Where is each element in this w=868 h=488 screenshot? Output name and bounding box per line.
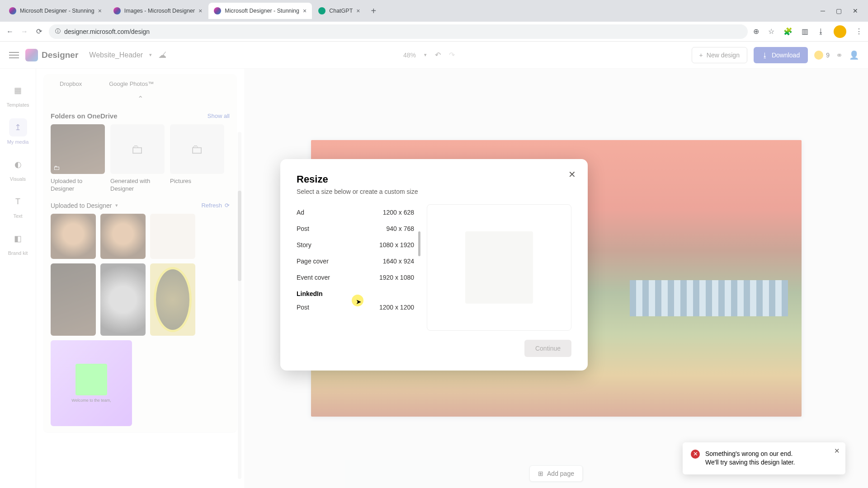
tab-favicon (214, 7, 221, 14)
size-label: Post (297, 304, 309, 311)
site-info-icon[interactable]: ⓘ (55, 28, 61, 35)
error-icon: ✕ (691, 450, 700, 459)
size-label: Ad (297, 209, 304, 216)
size-dim: 488 x 868 (379, 241, 414, 249)
profile-avatar[interactable] (834, 25, 846, 38)
size-option[interactable]: Post1200 x 1200 (297, 299, 414, 315)
size-option[interactable]: Post940 x 768 (297, 221, 414, 237)
tab-favicon (9, 7, 16, 14)
close-window-icon[interactable]: ✕ (853, 7, 858, 14)
url-text: designer.microsoft.com/design (64, 28, 150, 35)
size-dim: 1640 x 924 (383, 258, 414, 265)
tab-title: Microsoft Designer - Stunning (20, 8, 94, 14)
size-dim: 1200 x 1200 (379, 304, 414, 311)
size-category: LinkedIn (297, 286, 414, 299)
size-label: Story (297, 241, 311, 249)
size-option[interactable]: Ad1200 x 628 (297, 204, 414, 221)
install-app-icon[interactable]: ⊕ (753, 27, 759, 36)
minimize-icon[interactable]: ─ (821, 7, 825, 14)
close-icon[interactable]: × (356, 7, 360, 14)
new-tab-button[interactable]: + (366, 6, 381, 16)
browser-tab[interactable]: ChatGPT × (313, 3, 365, 19)
maximize-icon[interactable]: ▢ (836, 7, 842, 14)
list-scrollbar[interactable] (418, 231, 420, 256)
close-icon[interactable]: ✕ (568, 169, 576, 180)
menu-icon[interactable]: ⋮ (855, 27, 863, 36)
modal-subtitle: Select a size below or create a custom s… (297, 188, 571, 195)
size-label: Event cover (297, 274, 330, 281)
size-label: Page cover (297, 258, 329, 265)
preview-shape (465, 231, 533, 304)
close-icon[interactable]: × (198, 7, 202, 14)
size-list: Ad1200 x 628 Post940 x 768 Story1080 x 1… (297, 204, 414, 331)
url-input[interactable]: ⓘ designer.microsoft.com/design (49, 24, 748, 39)
size-preview (427, 204, 571, 331)
modal-title: Resize (297, 174, 571, 185)
continue-button[interactable]: Continue (524, 340, 571, 357)
tab-title: Microsoft Designer - Stunning (225, 8, 299, 14)
tab-title: ChatGPT (329, 8, 353, 14)
error-toast: ✕ Something's wrong on our end. We'll tr… (683, 442, 845, 474)
size-option[interactable]: Event cover1920 x 1080 (297, 269, 414, 286)
tab-title: Images - Microsoft Designer (124, 8, 195, 14)
tab-favicon (318, 7, 326, 14)
tab-favicon (113, 7, 121, 14)
size-option[interactable]: Page cover1640 x 924 (297, 253, 414, 269)
address-bar: ← → ⟳ ⓘ designer.microsoft.com/design ⊕ … (0, 22, 868, 42)
size-option[interactable]: Story1080 x 1920 (297, 237, 414, 253)
size-dim: 1200 x 628 (383, 209, 414, 216)
close-icon[interactable]: × (98, 7, 102, 14)
modal-overlay[interactable]: ✕ Resize Select a size below or create a… (0, 42, 868, 488)
size-dim: 940 x 768 (387, 225, 415, 232)
extensions-icon[interactable]: 🧩 (783, 27, 793, 36)
size-dim: 868 x 488 (379, 274, 414, 281)
bookmark-icon[interactable]: ☆ (768, 27, 774, 36)
side-panel-icon[interactable]: ▥ (802, 27, 808, 36)
resize-modal: ✕ Resize Select a size below or create a… (280, 159, 588, 371)
browser-tab[interactable]: Microsoft Designer - Stunning × (4, 3, 107, 19)
back-icon[interactable]: ← (5, 27, 14, 36)
size-label: Post (297, 225, 309, 232)
close-icon[interactable]: ✕ (834, 447, 840, 455)
browser-tab-strip: Microsoft Designer - Stunning × Images -… (0, 0, 868, 22)
browser-tab[interactable]: Images - Microsoft Designer × (108, 3, 208, 19)
browser-tab-active[interactable]: Microsoft Designer - Stunning × (208, 3, 312, 19)
window-controls: ─ ▢ ✕ (821, 7, 864, 14)
toast-line2: We'll try saving this design later. (705, 458, 795, 467)
forward-icon[interactable]: → (20, 27, 29, 36)
toast-line1: Something's wrong on our end. (705, 450, 795, 459)
downloads-icon[interactable]: ⭳ (817, 28, 825, 36)
close-icon[interactable]: × (303, 7, 307, 14)
reload-icon[interactable]: ⟳ (34, 27, 43, 36)
